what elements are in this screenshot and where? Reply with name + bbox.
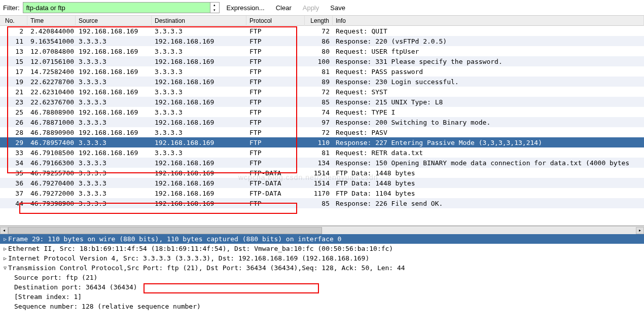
cell-src: 3.3.3.3 <box>76 118 152 127</box>
cell-dst: 192.168.168.169 <box>152 118 246 127</box>
cell-info: Request: TYPE I <box>333 108 644 117</box>
scroll-left-icon[interactable]: ◂ <box>0 227 8 234</box>
cell-proto: FTP-DATA <box>246 169 305 177</box>
table-row[interactable]: 1714.72582400192.168.168.1693.3.3.3FTP81… <box>0 66 644 77</box>
cell-time: 9.163541000 <box>27 37 76 46</box>
cell-dst: 3.3.3.3 <box>152 27 246 35</box>
expand-icon[interactable]: ▷ <box>2 236 8 242</box>
packet-list-hscroll[interactable]: ◂ ▸ <box>0 226 644 234</box>
detail-tcp[interactable]: ▽ Transmission Control Protocol, Src Por… <box>0 263 644 273</box>
col-no[interactable]: No. <box>0 16 27 26</box>
chevron-up-icon[interactable]: ▴ <box>210 3 219 8</box>
cell-src: 3.3.3.3 <box>76 78 152 86</box>
cell-no: 25 <box>0 108 27 117</box>
cell-len: 80 <box>305 47 333 56</box>
detail-stream[interactable]: [Stream index: 1] <box>0 292 644 302</box>
table-row[interactable]: 22.420844000192.168.168.1693.3.3.3FTP72R… <box>0 26 644 36</box>
cell-len: 86 <box>305 37 333 46</box>
cell-dst: 192.168.168.169 <box>152 78 246 86</box>
cell-src: 192.168.168.169 <box>76 128 152 137</box>
filter-toolbar: Filter: ▴ ▾ Expression... Clear Apply Sa… <box>0 0 644 16</box>
cell-dst: 192.168.168.169 <box>152 179 246 188</box>
apply-button[interactable]: Apply <box>299 3 324 13</box>
cell-src: 3.3.3.3 <box>76 138 152 147</box>
detail-stream-text: [Stream index: 1] <box>14 293 82 301</box>
cell-dst: 3.3.3.3 <box>152 108 246 117</box>
col-time[interactable]: Time <box>27 16 76 26</box>
scroll-right-icon[interactable]: ▸ <box>636 227 644 234</box>
cell-info: Response: 215 UNIX Type: L8 <box>333 98 644 106</box>
filter-history-stepper[interactable]: ▴ ▾ <box>210 2 220 13</box>
detail-seq[interactable]: Sequence number: 128 (relative sequence … <box>0 302 644 311</box>
cell-src: 3.3.3.3 <box>76 189 152 198</box>
cell-time: 46.79255700 <box>27 169 76 177</box>
cell-no: 21 <box>0 88 27 96</box>
cell-time: 46.79272000 <box>27 189 76 198</box>
table-row[interactable]: 1512.071561003.3.3.3192.168.168.169FTP10… <box>0 56 644 66</box>
filter-label: Filter: <box>3 4 20 12</box>
scroll-track[interactable] <box>8 227 636 234</box>
filter-input[interactable] <box>23 2 210 13</box>
packet-details-pane: ▷Frame 29: 110 bytes on wire (880 bits),… <box>0 234 644 315</box>
chevron-down-icon[interactable]: ▾ <box>210 8 219 13</box>
table-row[interactable]: 2546.78808900192.168.168.1693.3.3.3FTP74… <box>0 107 644 117</box>
table-row[interactable]: 2946.789574003.3.3.3192.168.168.169FTP11… <box>0 137 644 147</box>
cell-src: 3.3.3.3 <box>76 159 152 167</box>
collapse-icon[interactable]: ▽ <box>2 265 8 271</box>
col-info[interactable]: Info <box>333 16 644 26</box>
table-row[interactable]: 3446.791663003.3.3.3192.168.168.169FTP13… <box>0 158 644 168</box>
detail-srcport[interactable]: Source port: ftp (21) <box>0 273 644 282</box>
table-row[interactable]: 1312.07084800192.168.168.1693.3.3.3FTP80… <box>0 46 644 56</box>
cell-proto: FTP <box>246 37 305 46</box>
cell-no: 13 <box>0 47 27 56</box>
detail-ip[interactable]: ▷Internet Protocol Version 4, Src: 3.3.3… <box>0 253 644 263</box>
cell-dst: 192.168.168.169 <box>152 199 246 208</box>
table-row[interactable]: 1922.622787003.3.3.3192.168.168.169FTP89… <box>0 77 644 87</box>
table-row[interactable]: 2646.788710003.3.3.3192.168.168.169FTP97… <box>0 117 644 127</box>
detail-frame[interactable]: ▷Frame 29: 110 bytes on wire (880 bits),… <box>0 234 644 244</box>
table-row[interactable]: 2846.78890900192.168.168.1693.3.3.3FTP72… <box>0 127 644 137</box>
cell-info: Request: SYST <box>333 88 644 96</box>
cell-time: 46.79166300 <box>27 159 76 167</box>
cell-no: 44 <box>0 199 27 208</box>
detail-dstport[interactable]: Destination port: 36434 (36434) <box>0 282 644 292</box>
col-source[interactable]: Source <box>76 16 152 26</box>
scroll-thumb[interactable] <box>8 227 322 234</box>
cell-no: 36 <box>0 179 27 188</box>
cell-no: 33 <box>0 148 27 157</box>
col-protocol[interactable]: Protocol <box>246 16 305 26</box>
cell-len: 97 <box>305 118 333 127</box>
cell-src: 192.168.168.169 <box>76 47 152 56</box>
col-destination[interactable]: Destination <box>152 16 246 26</box>
cell-proto: FTP <box>246 67 305 76</box>
table-row[interactable]: 119.1635410003.3.3.3192.168.168.169FTP86… <box>0 36 644 46</box>
expand-icon[interactable]: ▷ <box>2 246 8 251</box>
col-length[interactable]: Length <box>305 16 333 26</box>
cell-len: 85 <box>305 98 333 106</box>
cell-info: FTP Data: 1448 bytes <box>333 179 644 188</box>
table-row[interactable]: 2122.62310400192.168.168.1693.3.3.3FTP72… <box>0 87 644 97</box>
filter-input-wrap: ▴ ▾ <box>23 2 220 13</box>
packet-list-body: 22.420844000192.168.168.1693.3.3.3FTP72R… <box>0 26 644 208</box>
table-row[interactable]: 2322.623767003.3.3.3192.168.168.169FTP85… <box>0 97 644 107</box>
cell-no: 11 <box>0 37 27 46</box>
cell-info: Response: 200 Switching to Binary mode. <box>333 118 644 127</box>
expand-icon[interactable]: ▷ <box>2 255 8 261</box>
cell-dst: 192.168.168.169 <box>152 37 246 46</box>
detail-ethernet[interactable]: ▷Ethernet II, Src: 18:b1:69:11:4f:54 (18… <box>0 244 644 253</box>
save-button[interactable]: Save <box>326 3 349 13</box>
clear-button[interactable]: Clear <box>272 3 296 13</box>
table-row[interactable]: 3346.79108500192.168.168.1693.3.3.3FTP81… <box>0 147 644 158</box>
detail-tcp-post: Seq: 128, Ack: 50, Len: 44 <box>302 264 405 272</box>
cell-len: 74 <box>305 108 333 117</box>
cell-src: 3.3.3.3 <box>76 37 152 46</box>
expression-button[interactable]: Expression... <box>223 3 269 13</box>
table-row[interactable]: 3646.792704003.3.3.3192.168.168.169FTP-D… <box>0 178 644 188</box>
table-row[interactable]: 3546.792557003.3.3.3192.168.168.169FTP-D… <box>0 168 644 178</box>
cell-proto: FTP <box>246 47 305 56</box>
cell-proto: FTP <box>246 159 305 167</box>
table-row[interactable]: 3746.792720003.3.3.3192.168.168.169FTP-D… <box>0 188 644 198</box>
table-row[interactable]: 4446.793989003.3.3.3192.168.168.169FTP85… <box>0 198 644 208</box>
cell-time: 22.62376700 <box>27 98 76 106</box>
cell-proto: FTP-DATA <box>246 179 305 188</box>
